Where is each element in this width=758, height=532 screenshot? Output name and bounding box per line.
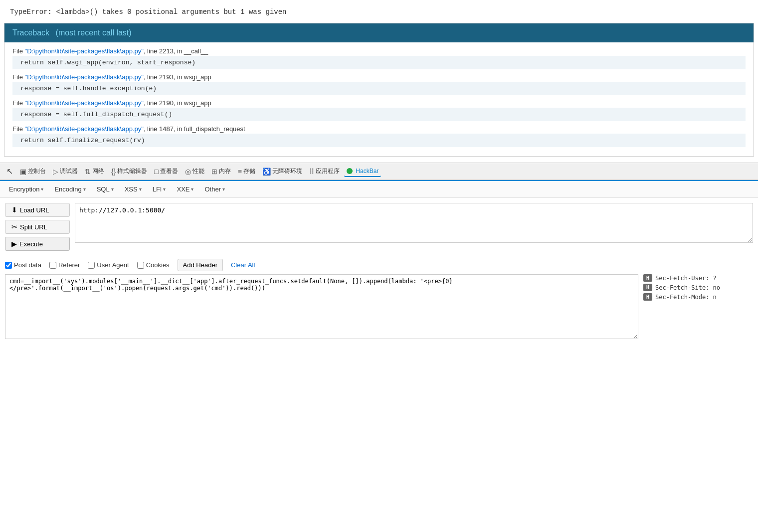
traceback-item: File "D:\python\lib\site-packages\flask\… [12,125,746,147]
devtools-label-10: 应用程序 [316,167,340,176]
devtools-icon-7: ⊞ [211,168,217,176]
devtools-item-6[interactable]: ◎性能 [183,166,207,177]
traceback-code: return self.wsgi_app(environ, start_resp… [12,56,746,69]
menu-other[interactable]: Other▾ [200,184,229,194]
menu-label-xss: XSS [125,185,138,193]
user-agent-checkbox[interactable] [88,262,95,269]
devtools-item-4[interactable]: {}样式编辑器 [109,166,150,177]
menu-label-encoding: Encoding [54,185,81,193]
devtools-icon-2: ▷ [53,168,58,176]
devtools-item-0[interactable]: ↖ [4,165,15,177]
menu-label-encryption: Encryption [9,185,39,193]
hackbar-dot-icon [347,168,353,174]
add-header-button[interactable]: Add Header [178,259,223,271]
devtools-icon-8: ≡ [238,168,242,176]
devtools-label-3: 网络 [92,167,104,176]
post-data-input[interactable] [5,274,638,339]
menu-encoding[interactable]: Encoding▾ [50,184,89,194]
traceback-file-link[interactable]: "D:\python\lib\site-packages\flask\app.p… [25,125,144,133]
chevron-down-icon: ▾ [111,186,114,192]
header-item-0: H Sec-Fetch-User: ? [643,274,753,282]
devtools-item-9[interactable]: ♿无障碍环境 [260,166,305,177]
hackbar-tab[interactable]: HackBar [344,166,381,177]
post-data-check[interactable]: Post data [5,261,41,269]
devtools-icon-6: ◎ [185,168,191,176]
hackbar-post-area: H Sec-Fetch-User: ? H Sec-Fetch-Site: no… [0,274,758,344]
menu-label-other: Other [204,185,221,193]
devtools-item-3[interactable]: ⇅网络 [82,166,107,177]
devtools-label-7: 内存 [219,167,231,176]
traceback-file: File "D:\python\lib\site-packages\flask\… [12,125,746,133]
traceback-file: File "D:\python\lib\site-packages\flask\… [12,73,746,81]
hackbar-checks: Post data Referer User Agent Cookies Add… [0,256,758,274]
devtools-label-8: 存储 [243,167,255,176]
cookies-checkbox[interactable] [137,262,144,269]
traceback-file: File "D:\python\lib\site-packages\flask\… [12,47,746,55]
devtools-item-2[interactable]: ▷调试器 [50,166,80,177]
devtools-icon-4: {} [111,168,116,176]
devtools-item-5[interactable]: □查看器 [152,166,180,177]
chevron-down-icon: ▾ [163,186,166,192]
traceback-file-link[interactable]: "D:\python\lib\site-packages\flask\app.p… [25,99,144,107]
devtools-bar: ↖▣控制台▷调试器⇅网络{}样式编辑器□查看器◎性能⊞内存≡存储♿无障碍环境⠿应… [0,163,758,180]
menu-label-xxe: XXE [177,185,190,193]
referer-checkbox[interactable] [49,262,56,269]
traceback-file-link[interactable]: "D:\python\lib\site-packages\flask\app.p… [25,47,144,55]
cookies-check[interactable]: Cookies [137,261,170,269]
traceback-container: Traceback (most recent call last) File "… [4,23,754,157]
header-value-1: Sec-Fetch-Site: no [655,284,720,291]
execute-button[interactable]: ▶ Execute [5,237,70,251]
header-badge-1: H [643,284,652,291]
post-data-checkbox[interactable] [5,262,12,269]
hackbar-panel: Encryption▾Encoding▾SQL▾XSS▾LFI▾XXE▾Othe… [0,180,758,344]
traceback-file: File "D:\python\lib\site-packages\flask\… [12,99,746,107]
load-url-button[interactable]: ⬇ Load URL [5,203,70,217]
execute-icon: ▶ [11,240,17,248]
devtools-icon-5: □ [154,168,158,176]
devtools-item-10[interactable]: ⠿应用程序 [307,166,342,177]
header-badge-2: H [643,293,652,301]
traceback-item: File "D:\python\lib\site-packages\flask\… [12,73,746,95]
devtools-item-7[interactable]: ⊞内存 [209,166,233,177]
user-agent-check[interactable]: User Agent [88,261,129,269]
menu-lfi[interactable]: LFI▾ [149,184,170,194]
devtools-item-1[interactable]: ▣控制台 [17,166,48,177]
devtools-icon-10: ⠿ [309,168,314,176]
load-icon: ⬇ [11,206,17,214]
header-badge-0: H [643,274,652,282]
error-section: TypeError: <lambda>() takes 0 positional… [0,0,758,16]
traceback-file-link[interactable]: "D:\python\lib\site-packages\flask\app.p… [25,73,144,81]
menu-xss[interactable]: XSS▾ [121,184,146,194]
traceback-code: return self.finalize_request(rv) [12,134,746,147]
hackbar-tab-label: HackBar [354,168,379,175]
traceback-code: response = self.handle_exception(e) [12,82,746,95]
chevron-down-icon: ▾ [139,186,142,192]
headers-panel: H Sec-Fetch-User: ? H Sec-Fetch-Site: no… [643,274,753,339]
chevron-down-icon: ▾ [83,186,86,192]
split-icon: ✂ [11,223,17,231]
devtools-label-5: 查看器 [160,167,178,176]
hackbar-url-area [75,203,753,251]
devtools-cursor-icon: ↖ [6,167,13,176]
referer-check[interactable]: Referer [49,261,80,269]
header-value-2: Sec-Fetch-Mode: n [655,294,717,301]
header-item-1: H Sec-Fetch-Site: no [643,284,753,291]
chevron-down-icon: ▾ [222,186,225,192]
menu-sql[interactable]: SQL▾ [93,184,118,194]
hackbar-main: ⬇ Load URL ✂ Split URL ▶ Execute [0,198,758,256]
devtools-label-6: 性能 [192,167,204,176]
traceback-item: File "D:\python\lib\site-packages\flask\… [12,47,746,69]
clear-all-link[interactable]: Clear All [231,261,255,269]
menu-xxe[interactable]: XXE▾ [173,184,197,194]
hackbar-menu: Encryption▾Encoding▾SQL▾XSS▾LFI▾XXE▾Othe… [0,181,758,198]
split-url-button[interactable]: ✂ Split URL [5,220,70,234]
url-input[interactable] [75,203,753,243]
devtools-item-8[interactable]: ≡存储 [235,166,258,177]
devtools-label-1: 控制台 [28,167,46,176]
devtools-icon-1: ▣ [20,168,26,176]
menu-encryption[interactable]: Encryption▾ [5,184,47,194]
menu-label-sql: SQL [97,185,110,193]
devtools-icon-9: ♿ [262,168,271,176]
header-value-0: Sec-Fetch-User: ? [655,275,717,282]
traceback-item: File "D:\python\lib\site-packages\flask\… [12,99,746,121]
